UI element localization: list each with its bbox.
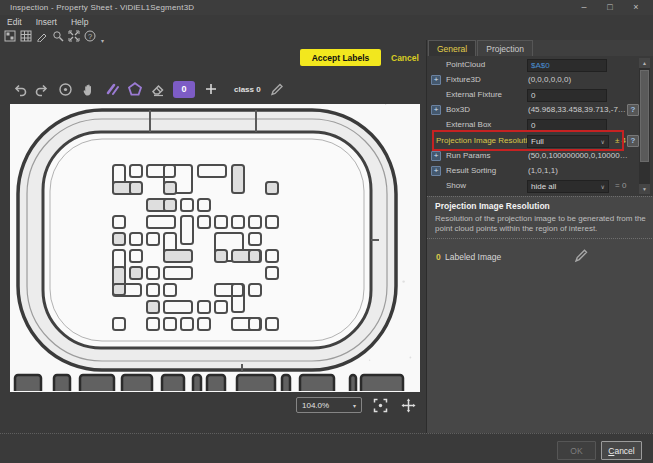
description-title: Projection Image Resolution: [435, 201, 646, 211]
property-row-result-sorting: + Result Sorting (1,0,1,1): [427, 164, 653, 179]
property-scrollbar[interactable]: ▲ ▼: [639, 58, 650, 194]
labeled-image-label: Labeled Image: [445, 252, 501, 262]
scroll-up-icon[interactable]: ▲: [639, 58, 650, 68]
cancel-labels-button[interactable]: Cancel: [391, 53, 419, 63]
description-text: Resolution of the projection image to be…: [435, 214, 646, 235]
property-grid: PointCloud $A$0 + Fixture3D (0,0,0,0,0,0…: [427, 56, 653, 196]
close-button[interactable]: ×: [623, 0, 649, 15]
inspection-image[interactable]: [10, 104, 420, 392]
pointcloud-label: PointCloud: [446, 60, 485, 69]
property-row-box3d: + Box3D (45.968,33.458,39.713,-7.317,60.…: [427, 103, 653, 118]
zoom-level-value: 104.0%: [302, 401, 329, 410]
zoom-caret-icon: ▾: [353, 402, 356, 409]
property-row-pointcloud: PointCloud $A$0: [427, 58, 653, 73]
scrollbar-thumb[interactable]: [640, 70, 649, 162]
table-view-icon[interactable]: [19, 30, 32, 43]
tab-projection[interactable]: Projection: [477, 40, 533, 56]
property-panel: General Projection PointCloud $A$0 + Fix…: [426, 40, 653, 433]
expand-arrows-icon[interactable]: [67, 30, 80, 43]
show-suffix: = 0: [615, 181, 626, 190]
chevron-down-icon: ∨: [601, 138, 605, 145]
brush-tool-icon[interactable]: [104, 82, 119, 97]
main-toolbar: ? ▾: [3, 28, 104, 44]
projection-resolution-label: Projection Image Resolution: [436, 136, 536, 145]
box3d-label: Box3D: [446, 105, 470, 114]
scroll-down-icon[interactable]: ▼: [639, 184, 650, 194]
expand-icon[interactable]: +: [431, 151, 441, 161]
labeled-image-count: 0: [436, 252, 441, 262]
add-class-icon[interactable]: [203, 82, 218, 97]
menu-help[interactable]: Help: [64, 17, 95, 27]
result-sorting-label: Result Sorting: [446, 166, 496, 175]
pan-hand-icon[interactable]: [81, 82, 96, 97]
toolbar-overflow-caret[interactable]: ▾: [101, 37, 104, 44]
expand-icon[interactable]: +: [431, 166, 441, 176]
redo-icon[interactable]: [35, 82, 50, 97]
run-params-value[interactable]: (50,0,100000000,0,100000000,0,1...: [528, 151, 628, 160]
show-dropdown[interactable]: hide all ∨: [527, 180, 609, 193]
property-row-projection-resolution: Projection Image Resolution Full ∨ ± 4 ?: [427, 134, 653, 149]
property-row-show: Show hide all ∨ = 0: [427, 179, 653, 194]
edit-class-pencil-icon[interactable]: [269, 82, 284, 97]
edit-labels-pencil-icon[interactable]: [573, 248, 588, 263]
labeled-image-section: 0 Labeled Image: [427, 238, 653, 433]
expand-icon[interactable]: +: [431, 75, 441, 85]
ring-outline: [18, 110, 396, 372]
external-fixture-label: External Fixture: [446, 90, 502, 99]
projection-resolution-dropdown[interactable]: Full ∨: [527, 135, 609, 148]
polygon-tool-icon[interactable]: [127, 82, 142, 97]
property-row-run-params: + Run Params (50,0,100000000,0,100000000…: [427, 149, 653, 164]
box3d-help-icon[interactable]: ?: [627, 104, 639, 116]
fixture3d-label: Fixture3D: [446, 75, 481, 84]
projection-resolution-help-icon[interactable]: ?: [627, 135, 639, 147]
maximize-button[interactable]: □: [597, 0, 623, 15]
projection-resolution-suffix: ± 4: [615, 136, 626, 145]
pointcloud-value-field[interactable]: $A$0: [527, 59, 607, 72]
box3d-value[interactable]: (45.968,33.458,39.713,-7.317,60.4...: [528, 105, 628, 114]
tab-general[interactable]: General: [428, 40, 476, 56]
class-name-label[interactable]: class 0: [234, 85, 261, 94]
property-description: Projection Image Resolution Resolution o…: [427, 196, 653, 238]
clear-regions-icon[interactable]: [58, 82, 73, 97]
svg-text:?: ?: [87, 32, 91, 41]
pan-mode-icon[interactable]: [400, 397, 416, 413]
projection-resolution-value: Full: [531, 137, 544, 146]
external-box-field[interactable]: 0: [527, 119, 607, 132]
property-row-external-fixture: External Fixture 0: [427, 88, 653, 103]
property-sheet-window: Inspection - Property Sheet - ViDiEL1Seg…: [0, 0, 653, 463]
titlebar: Inspection - Property Sheet - ViDiEL1Seg…: [0, 0, 653, 15]
window-title: Inspection - Property Sheet - ViDiEL1Seg…: [0, 3, 194, 12]
undo-icon[interactable]: [12, 82, 27, 97]
projection-image: [10, 104, 420, 391]
matrix-view-icon[interactable]: [3, 30, 16, 43]
menu-edit[interactable]: Edit: [0, 17, 29, 27]
property-row-external-box: External Box 0: [427, 118, 653, 133]
ok-button[interactable]: OK: [557, 441, 596, 460]
external-box-label: External Box: [446, 120, 491, 129]
edit-tool-icon[interactable]: [35, 30, 48, 43]
annotation-toolbar: 0 class 0: [12, 79, 284, 99]
menubar: Edit Insert Help: [0, 15, 653, 28]
show-label: Show: [446, 181, 466, 190]
eraser-tool-icon[interactable]: [150, 82, 165, 97]
menu-insert[interactable]: Insert: [29, 17, 64, 27]
run-params-label: Run Params: [446, 151, 490, 160]
property-tabs: General Projection: [428, 40, 534, 56]
class-index-badge[interactable]: 0: [173, 81, 195, 98]
zoom-level-dropdown[interactable]: 104.0% ▾: [296, 397, 362, 413]
fixture3d-value[interactable]: (0,0,0,0,0,0): [528, 75, 628, 84]
show-value: hide all: [531, 182, 556, 191]
external-fixture-field[interactable]: 0: [527, 89, 607, 102]
minimize-button[interactable]: –: [571, 0, 597, 15]
property-row-fixture3d: + Fixture3D (0,0,0,0,0,0): [427, 73, 653, 88]
result-sorting-value[interactable]: (1,0,1,1): [528, 166, 628, 175]
chevron-down-icon: ∨: [601, 183, 605, 190]
accept-labels-button[interactable]: Accept Labels: [300, 49, 381, 66]
dialog-footer: OK Cancel: [0, 433, 653, 463]
expand-icon[interactable]: +: [431, 105, 441, 115]
cancel-button[interactable]: Cancel: [601, 441, 642, 460]
zoom-region-icon[interactable]: [51, 30, 64, 43]
fit-to-screen-icon[interactable]: [372, 397, 388, 413]
help-icon[interactable]: ?: [83, 30, 96, 43]
